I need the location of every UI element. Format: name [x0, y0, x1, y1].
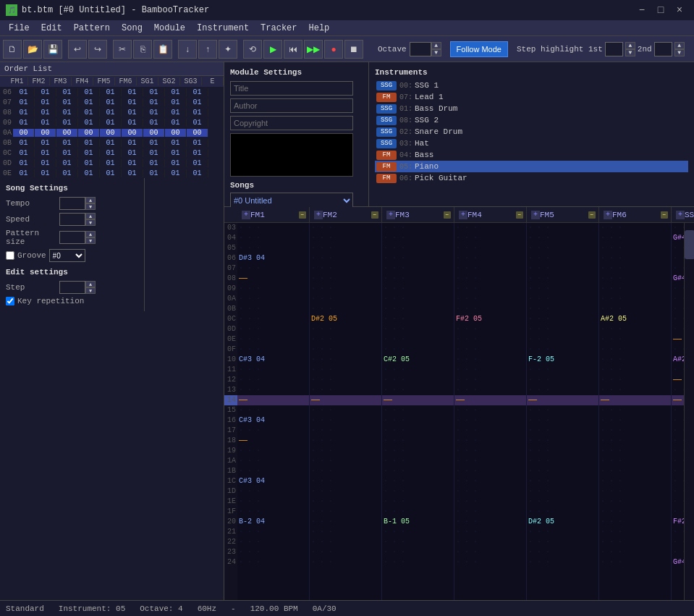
track-cell[interactable]: · · · — [527, 253, 598, 263]
menu-item-pattern[interactable]: Pattern — [68, 22, 116, 35]
track-cell[interactable]: · · · — [454, 304, 526, 314]
track-cell[interactable]: · · · — [382, 365, 454, 375]
track-cell[interactable]: C#3 04 — [237, 355, 309, 365]
track-cell[interactable]: · · · — [454, 223, 526, 233]
track-cell[interactable]: —— — [454, 395, 526, 405]
track-cell[interactable]: · · · — [599, 375, 671, 385]
track-cell[interactable]: · · · — [382, 405, 454, 415]
track-cell[interactable]: · · · — [599, 557, 671, 568]
track-cell[interactable]: · · · — [454, 527, 526, 537]
track-cell[interactable]: · · · — [454, 405, 526, 415]
track-add-channel-button[interactable]: + — [459, 211, 467, 219]
open-button[interactable]: 📂 — [23, 40, 42, 59]
track-cell[interactable]: · · · — [382, 324, 454, 334]
menu-item-instrument[interactable]: Instrument — [191, 22, 255, 35]
track-cell[interactable]: · · · — [527, 415, 598, 426]
track-cell[interactable]: · · · — [672, 415, 684, 426]
track-cell[interactable]: · · · — [527, 405, 598, 415]
songs-select[interactable]: #0 Untitled — [230, 193, 353, 208]
track-cell[interactable]: · · · — [454, 517, 526, 527]
track-remove-channel-button[interactable]: − — [516, 211, 523, 219]
track-add-channel-button[interactable]: + — [242, 211, 250, 219]
track-cell[interactable]: · · · — [454, 507, 526, 517]
track-cell[interactable]: · · · — [310, 274, 381, 284]
track-cell[interactable]: · · · — [237, 557, 309, 568]
track-cell[interactable]: · · · — [382, 547, 454, 557]
track-cell[interactable]: · · · — [672, 243, 684, 253]
track-cell[interactable]: · · · — [527, 466, 598, 476]
track-cell[interactable]: · · · — [672, 446, 684, 456]
track-cell[interactable]: · · · — [382, 466, 454, 476]
track-add-channel-button[interactable]: + — [531, 211, 540, 219]
track-cell[interactable]: · · · — [310, 436, 381, 446]
track-remove-channel-button[interactable]: − — [299, 211, 306, 219]
track-cell[interactable]: · · · — [599, 456, 671, 466]
track-cell[interactable]: · · · — [310, 456, 381, 466]
track-cell[interactable]: · · · — [599, 527, 671, 537]
track-cell[interactable]: · · · — [527, 476, 598, 486]
track-cell[interactable]: · · · — [310, 263, 381, 274]
track-cell[interactable]: · · · — [599, 304, 671, 314]
track-cell[interactable]: · · · — [454, 334, 526, 345]
track-cell[interactable]: · · · — [237, 497, 309, 507]
groove-checkbox[interactable] — [6, 251, 14, 260]
follow-mode-button[interactable]: Follow Mode — [450, 41, 508, 57]
track-cell[interactable]: · · · — [454, 415, 526, 426]
menu-item-tracker[interactable]: Tracker — [255, 22, 302, 35]
track-cell[interactable]: · · · — [310, 223, 381, 233]
track-cell[interactable]: · · · — [310, 375, 381, 385]
track-cell[interactable]: · · · — [599, 233, 671, 243]
track-cell[interactable]: · · · — [310, 405, 381, 415]
save-button[interactable]: 💾 — [43, 40, 62, 59]
sh2-up[interactable]: ▲ — [674, 42, 685, 49]
track-cell[interactable]: · · · — [454, 557, 526, 568]
track-cell[interactable]: · · · — [672, 466, 684, 476]
track-cell[interactable]: D#2 05 — [310, 314, 381, 324]
instrument-item[interactable]: SSG02:Snare Drum — [375, 126, 688, 138]
track-cell[interactable]: · · · — [382, 334, 454, 345]
step-highlight-2nd-input[interactable]: 32 — [654, 42, 672, 56]
track-cell[interactable]: · · · — [672, 436, 684, 446]
order-row[interactable]: 0B010101010101010101 — [0, 138, 224, 148]
track-cell[interactable]: · · · — [237, 243, 309, 253]
track-cell[interactable]: · · · — [599, 486, 671, 497]
track-cell[interactable]: · · · — [454, 446, 526, 456]
track-cell[interactable]: · · · — [527, 314, 598, 324]
track-cell[interactable]: · · · — [672, 284, 684, 294]
loop-button[interactable]: ⟲ — [243, 40, 262, 59]
track-cell[interactable]: · · · — [527, 365, 598, 375]
track-cell[interactable]: · · · — [237, 314, 309, 324]
track-cell[interactable]: · · · — [310, 324, 381, 334]
track-cell[interactable]: · · · — [599, 355, 671, 365]
track-cell[interactable]: · · · — [599, 223, 671, 233]
record-button[interactable]: ● — [324, 40, 343, 59]
track-cell[interactable]: · · · — [454, 355, 526, 365]
track-cell[interactable]: · · · — [237, 345, 309, 355]
track-cell[interactable]: · · · — [237, 233, 309, 243]
track-cell[interactable]: · · · — [527, 537, 598, 547]
track-cell[interactable]: · · · — [310, 486, 381, 497]
track-cell[interactable]: · · · — [237, 294, 309, 304]
rewind-button[interactable]: ⏮ — [284, 40, 302, 59]
track-cell[interactable]: · · · — [454, 284, 526, 294]
track-cell[interactable]: · · · — [454, 263, 526, 274]
order-row[interactable]: 08010101010101010101 — [0, 107, 224, 117]
track-cell[interactable]: · · · — [382, 304, 454, 314]
order-row[interactable]: 06010101010101010101 — [0, 87, 224, 97]
track-cell[interactable]: · · · — [310, 517, 381, 527]
track-cell[interactable]: · · · — [599, 334, 671, 345]
track-cell[interactable]: · · · — [527, 456, 598, 466]
track-cell[interactable]: · · · — [599, 405, 671, 415]
play-button[interactable]: ▶ — [263, 40, 282, 59]
track-cell[interactable]: · · · — [382, 375, 454, 385]
track-cell[interactable]: D#3 04 — [237, 253, 309, 263]
instrument-item[interactable]: SSG01:Bass Drum — [375, 103, 688, 114]
tempo-input[interactable]: 160 — [59, 197, 85, 210]
track-cell[interactable]: · · · — [382, 385, 454, 395]
sh2-down[interactable]: ▼ — [674, 49, 685, 56]
track-cell[interactable]: —— — [237, 436, 309, 446]
track-cell[interactable]: C#2 05 — [382, 355, 454, 365]
new-button[interactable]: 🗋 — [3, 40, 22, 59]
track-cell[interactable]: A#2 05 — [599, 314, 671, 324]
track-cell[interactable]: · · · — [237, 365, 309, 375]
